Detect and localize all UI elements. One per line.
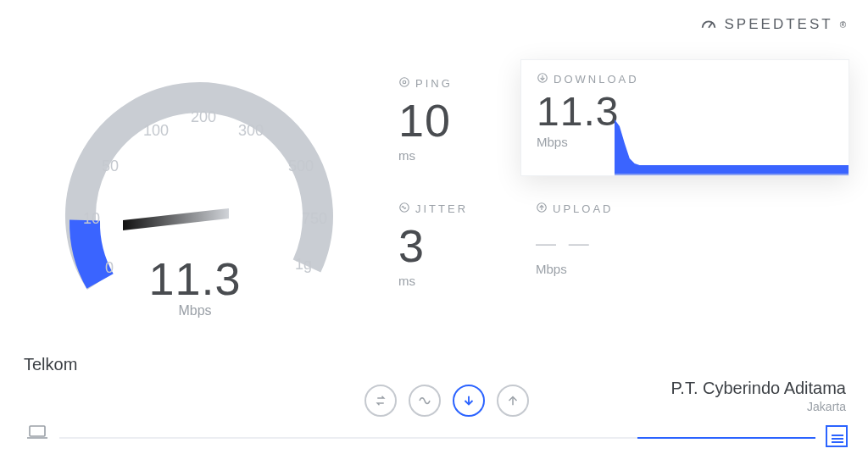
laptop-icon xyxy=(25,424,49,444)
server-location: Jakarta xyxy=(671,400,846,413)
download-button[interactable] xyxy=(453,385,485,417)
jitter-icon xyxy=(398,202,410,216)
jitter-metric: JITTER 3 ms xyxy=(398,202,517,288)
brand-text: SPEEDTEST xyxy=(725,16,833,33)
gauge-tick-750: 750 xyxy=(302,210,327,227)
upload-button[interactable] xyxy=(497,385,529,417)
gauge-tick-100: 100 xyxy=(143,122,169,139)
download-icon xyxy=(537,72,548,86)
svg-marker-6 xyxy=(615,119,849,175)
speed-gauge: 0 10 50 100 200 300 500 750 1g 11.3 Mbps xyxy=(34,51,356,339)
download-sparkline xyxy=(615,114,849,175)
upload-unit: Mbps xyxy=(536,262,705,276)
ping-icon xyxy=(398,76,410,91)
svg-line-0 xyxy=(709,22,713,27)
gauge-tick-200: 200 xyxy=(191,108,216,125)
upload-value: — — xyxy=(536,231,705,255)
connection-track-fill xyxy=(637,437,815,439)
server-icon[interactable] xyxy=(826,425,848,447)
svg-marker-1 xyxy=(123,208,229,230)
jitter-value: 3 xyxy=(398,219,517,272)
gauge-tick-300: 300 xyxy=(238,122,264,139)
gauge-value: 11.3 xyxy=(34,252,356,305)
svg-point-3 xyxy=(403,80,406,84)
ping-label: PING xyxy=(415,77,453,90)
ping-value: 10 xyxy=(398,94,517,147)
brand: SPEEDTEST ® xyxy=(699,15,846,34)
swap-button[interactable] xyxy=(364,385,397,417)
connection-track xyxy=(59,437,815,439)
gauge-tick-50: 50 xyxy=(102,158,119,174)
gauge-tick-500: 500 xyxy=(288,158,314,174)
jitter-label: JITTER xyxy=(415,202,468,215)
upload-label: UPLOAD xyxy=(553,202,613,215)
upload-icon xyxy=(536,202,548,216)
svg-point-2 xyxy=(400,78,409,87)
svg-rect-9 xyxy=(30,426,45,436)
gauge-icon xyxy=(699,15,718,34)
download-label: DOWNLOAD xyxy=(554,73,639,86)
gauge-unit: Mbps xyxy=(34,303,356,318)
ping-unit: ms xyxy=(398,148,517,163)
server-block[interactable]: P.T. Cyberindo Aditama Jakarta xyxy=(671,379,846,413)
upload-metric: UPLOAD — — Mbps xyxy=(536,202,705,276)
jitter-unit: ms xyxy=(398,274,517,288)
latency-button[interactable] xyxy=(409,385,441,417)
gauge-tick-10: 10 xyxy=(83,210,100,227)
download-card: DOWNLOAD 11.3 Mbps xyxy=(520,59,849,176)
isp-block: Telkom xyxy=(24,355,77,405)
server-name: P.T. Cyberindo Aditama xyxy=(671,379,846,398)
registered-mark: ® xyxy=(840,20,846,30)
ping-metric: PING 10 ms xyxy=(398,76,517,163)
isp-name: Telkom xyxy=(24,355,77,374)
